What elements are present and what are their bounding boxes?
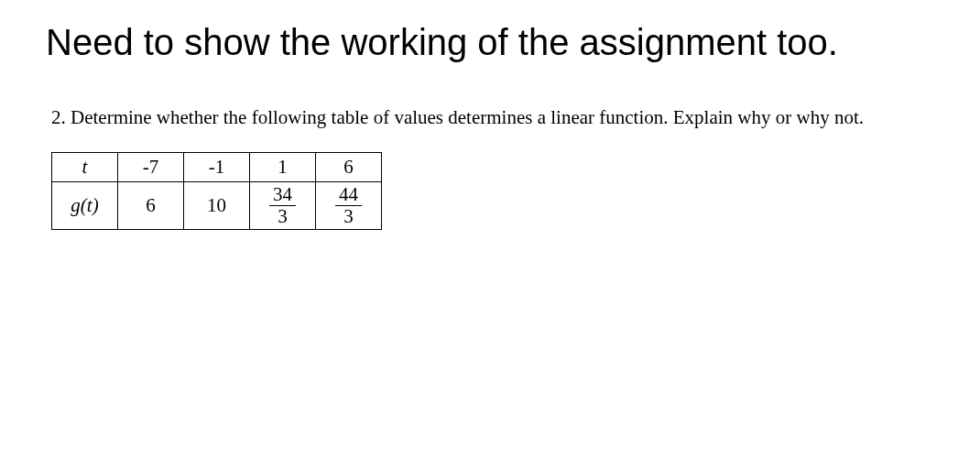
g-value: 10 <box>184 181 250 229</box>
g-value-fraction: 34 3 <box>250 181 316 229</box>
fraction-numerator: 34 <box>269 185 296 206</box>
page-heading: Need to show the working of the assignme… <box>46 18 934 66</box>
fraction-denominator: 3 <box>335 206 362 226</box>
question-text: 2. Determine whether the following table… <box>46 103 934 134</box>
table-row: g(t) 6 10 34 3 44 3 <box>52 181 382 229</box>
fraction-numerator: 44 <box>335 185 362 206</box>
table-row: t -7 -1 1 6 <box>52 152 382 181</box>
t-value: -7 <box>118 152 184 181</box>
t-value: 6 <box>316 152 382 181</box>
row-label-t: t <box>52 152 118 181</box>
g-value: 6 <box>118 181 184 229</box>
row-label-g: g(t) <box>52 181 118 229</box>
fraction: 34 3 <box>269 185 296 226</box>
t-value: 1 <box>250 152 316 181</box>
function-table: t -7 -1 1 6 g(t) 6 10 34 3 44 3 <box>51 152 382 230</box>
fraction: 44 3 <box>335 185 362 226</box>
t-value: -1 <box>184 152 250 181</box>
fraction-denominator: 3 <box>269 206 296 226</box>
g-value-fraction: 44 3 <box>316 181 382 229</box>
